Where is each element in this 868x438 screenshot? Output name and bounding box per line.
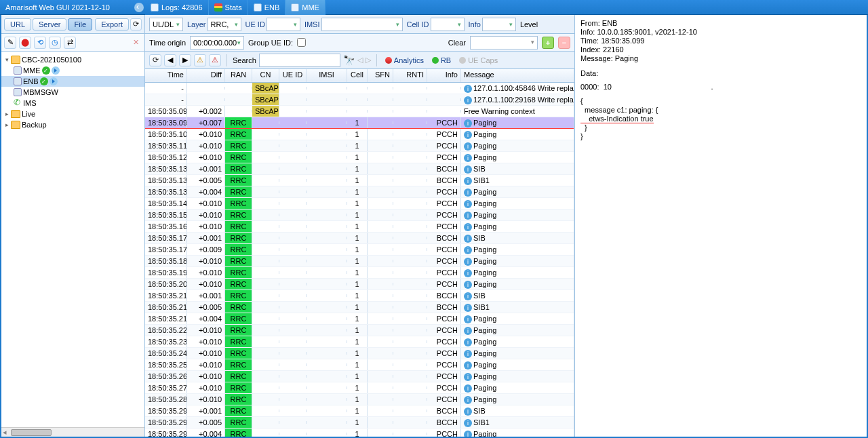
search-label: Search — [233, 56, 256, 64]
table-row[interactable]: 18:50:35.099+0.007RRC1PCCHiPaging — [145, 117, 574, 129]
table-row[interactable]: 18:50:35.139+0.004RRC1PCCHiPaging — [145, 186, 574, 198]
table-row[interactable]: 18:50:35.290+0.001RRC1BCCHiSIB — [145, 405, 574, 417]
analytics-button[interactable]: Analytics — [382, 56, 427, 64]
table-row[interactable]: 18:50:35.170+0.001RRC1BCCHiSIB — [145, 233, 574, 244]
table-row[interactable]: 18:50:35.209+0.010RRC1PCCHiPaging — [145, 279, 574, 290]
table-row[interactable]: 18:50:35.215+0.005RRC1BCCHiSIB1 — [145, 302, 574, 313]
tab-stats[interactable]: Stats — [209, 0, 248, 15]
tree-live[interactable]: ▸Live — [1, 108, 144, 119]
add-filter-button[interactable]: + — [542, 37, 554, 49]
table-row[interactable]: -SBcAP▶i127.0.1.100:29168 Write repla — [145, 94, 574, 106]
log-table-body[interactable]: -SBcAP▶i127.0.1.100:45846 Write repla-SB… — [145, 83, 574, 437]
filter-bar-2: Time origin 00:00:00.000 Group UE ID: Cl… — [145, 34, 574, 52]
clear-combo[interactable] — [470, 36, 538, 49]
table-row[interactable]: 18:50:35.210+0.001RRC1BCCHiSIB — [145, 290, 574, 302]
table-row[interactable]: 18:50:35.299+0.004RRC1PCCHiPaging — [145, 429, 574, 437]
rb-button[interactable]: RB — [429, 56, 454, 64]
table-row[interactable]: 18:50:35.295+0.005RRC1BCCHiSIB1 — [145, 417, 574, 429]
table-row[interactable]: 18:50:35.179+0.009RRC1PCCHiPaging — [145, 244, 574, 256]
table-row[interactable]: 18:50:35.129+0.010RRC1PCCHiPaging — [145, 152, 574, 163]
table-row[interactable]: 18:50:35.092+0.002SBcAPFree Warning cont… — [145, 106, 574, 117]
col-imsi[interactable]: IMSI — [307, 69, 347, 82]
remove-filter-button[interactable]: − — [558, 37, 570, 49]
imsi-combo[interactable]: IMSI — [304, 18, 403, 31]
wand-icon[interactable]: ✎ — [4, 37, 16, 49]
tree-mbmsgw[interactable]: MBMSGW — [1, 87, 144, 98]
nav-back-icon[interactable]: ◀ — [164, 54, 176, 66]
refresh-icon[interactable]: ⟳ — [130, 18, 142, 31]
tree-hscroll[interactable]: ◂ — [1, 427, 144, 437]
group-ueid-checkbox[interactable] — [297, 38, 306, 47]
table-row[interactable]: 18:50:35.159+0.010RRC1PCCHiPaging — [145, 210, 574, 221]
col-diff[interactable]: Diff — [187, 69, 225, 82]
export-button[interactable]: Export — [95, 18, 129, 31]
file-button[interactable]: File — [68, 18, 92, 31]
url-button[interactable]: URL — [4, 18, 31, 31]
table-row[interactable]: -SBcAP▶i127.0.1.100:45846 Write repla — [145, 83, 574, 94]
search-next-icon[interactable]: ▷ — [366, 56, 371, 64]
table-row[interactable]: 18:50:35.269+0.010RRC1PCCHiPaging — [145, 371, 574, 382]
table-row[interactable]: 18:50:35.229+0.010RRC1PCCHiPaging — [145, 325, 574, 336]
col-msg[interactable]: Message — [461, 69, 574, 82]
table-row[interactable]: 18:50:35.119+0.010RRC1PCCHiPaging — [145, 140, 574, 152]
ueid-combo[interactable]: UE ID — [245, 18, 300, 31]
search-input[interactable] — [259, 54, 340, 67]
col-cell[interactable]: Cell — [347, 69, 368, 82]
timer-icon[interactable]: ◷ — [49, 37, 61, 49]
col-time[interactable]: Time — [145, 69, 187, 82]
tab-enb[interactable]: ENB — [248, 0, 286, 15]
sync-icon[interactable]: ⇄ — [64, 37, 76, 49]
search-prev-icon[interactable]: ◁ — [357, 56, 363, 64]
phone-icon — [14, 99, 22, 107]
tree-backup[interactable]: ▸Backup — [1, 119, 144, 130]
uecaps-label: UE Caps — [468, 56, 498, 64]
tree-mme[interactable]: MME✓ — [1, 65, 144, 76]
warn-icon[interactable]: ⚠ — [194, 54, 206, 66]
table-row[interactable]: 18:50:35.259+0.010RRC1PCCHiPaging — [145, 359, 574, 371]
tree-mbmsgw-label: MBMSGW — [23, 88, 58, 96]
table-row[interactable]: 18:50:35.135+0.005RRC1BCCHiSIB1 — [145, 175, 574, 186]
layer-combo[interactable]: LayerRRC, — [187, 18, 241, 31]
col-ueid[interactable]: UE ID — [279, 69, 307, 82]
tree-ims[interactable]: IMS — [1, 98, 144, 108]
tab-mme[interactable]: MME — [285, 0, 326, 15]
mme-icon — [291, 3, 299, 12]
col-rnti[interactable]: RNTI — [393, 69, 427, 82]
table-row[interactable]: 18:50:35.219+0.004RRC1PCCHiPaging — [145, 313, 574, 325]
tree-root[interactable]: ▾CBC-2021050100 — [1, 54, 144, 65]
info-icon: i — [464, 361, 472, 370]
table-row[interactable]: 18:50:35.169+0.010RRC1PCCHiPaging — [145, 221, 574, 233]
collapse-sidebar-icon[interactable] — [134, 3, 144, 12]
col-sfn[interactable]: SFN — [368, 69, 393, 82]
table-row[interactable]: 18:50:35.239+0.010RRC1PCCHiPaging — [145, 336, 574, 348]
table-row[interactable]: 18:50:35.199+0.010RRC1PCCHiPaging — [145, 267, 574, 279]
info-combo[interactable]: Info — [469, 18, 516, 31]
binoculars-icon[interactable]: 🔭 — [343, 55, 355, 66]
table-row[interactable]: 18:50:35.189+0.010RRC1PCCHiPaging — [145, 256, 574, 267]
close-icon[interactable]: ✕ — [130, 37, 142, 49]
server-button[interactable]: Server — [33, 18, 66, 31]
app-title-text: Amarisoft Web GUI 2021-12-10 — [5, 3, 110, 12]
table-row[interactable]: 18:50:35.249+0.010RRC1PCCHiPaging — [145, 348, 574, 359]
tree-enb[interactable]: ENB✓ — [1, 76, 144, 87]
uldl-combo[interactable]: UL/DL — [149, 18, 183, 31]
layer-value: RRC, — [211, 20, 229, 28]
col-info[interactable]: Info — [427, 69, 461, 82]
col-ran[interactable]: RAN — [225, 69, 252, 82]
table-row[interactable]: 18:50:35.279+0.010RRC1PCCHiPaging — [145, 382, 574, 394]
cellid-combo[interactable]: Cell ID — [407, 18, 465, 31]
error-icon[interactable]: ⚠ — [209, 54, 221, 66]
table-row[interactable]: 18:50:35.109+0.010RRC1PCCHiPaging — [145, 129, 574, 140]
table-row[interactable]: 18:50:35.130+0.001RRC1BCCHiSIB — [145, 163, 574, 175]
table-row[interactable]: 18:50:35.149+0.010RRC1PCCHiPaging — [145, 198, 574, 210]
col-cn[interactable]: CN — [252, 69, 279, 82]
reload-icon[interactable]: ⟲ — [34, 37, 46, 49]
table-row[interactable]: 18:50:35.289+0.010RRC1PCCHiPaging — [145, 394, 574, 405]
stop-icon[interactable]: ⬤ — [19, 37, 31, 49]
time-origin-field[interactable]: 00:00:00.000 — [190, 36, 244, 49]
action-icon-row: ✎ ⬤ ⟲ ◷ ⇄ ✕ — [1, 34, 144, 52]
tab-logs[interactable]: Logs: 42806 — [145, 0, 209, 15]
nav-fwd-icon[interactable]: ▶ — [179, 54, 191, 66]
refresh-logs-icon[interactable]: ⟳ — [149, 54, 161, 66]
tree-ims-label: IMS — [23, 99, 37, 107]
